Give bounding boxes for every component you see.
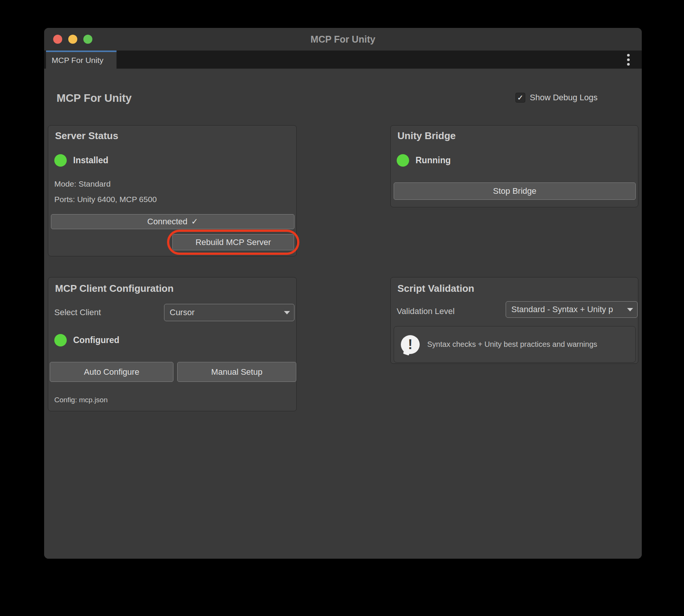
rebuild-mcp-server-button[interactable]: Rebuild MCP Server — [172, 234, 294, 250]
check-icon: ✓ — [191, 217, 198, 227]
bridge-status-label: Running — [416, 155, 451, 165]
show-debug-logs-toggle[interactable]: ✓ Show Debug Logs — [515, 93, 598, 103]
page-title: MCP For Unity — [57, 92, 132, 104]
config-path-line: Config: mcp.json — [54, 396, 108, 404]
client-dropdown-value: Cursor — [164, 308, 209, 317]
tab-mcp-for-unity[interactable]: MCP For Unity — [46, 51, 117, 69]
editor-content: MCP For Unity ✓ Show Debug Logs Server S… — [44, 69, 642, 559]
validation-info-text: Syntax checks + Unity best practices and… — [427, 340, 597, 349]
check-icon: ✓ — [517, 93, 524, 102]
validation-level-dropdown-value: Standard - Syntax + Unity p — [506, 305, 627, 314]
client-status-label: Configured — [73, 335, 120, 345]
kebab-menu-icon[interactable] — [624, 51, 632, 69]
mcp-client-configuration-title: MCP Client Configuration — [55, 283, 173, 294]
validation-level-dropdown[interactable]: Standard - Syntax + Unity p — [506, 301, 638, 318]
show-debug-logs-label: Show Debug Logs — [530, 93, 598, 103]
client-status-row: Configured — [54, 334, 120, 346]
mcp-client-configuration-panel: MCP Client Configuration Select Client C… — [48, 277, 297, 411]
status-dot — [54, 334, 67, 346]
tab-label: MCP For Unity — [52, 56, 103, 65]
script-validation-panel: Script Validation Validation Level Stand… — [390, 277, 638, 364]
status-dot — [54, 154, 67, 167]
unity-bridge-title: Unity Bridge — [397, 130, 456, 142]
chevron-down-icon — [627, 308, 633, 311]
info-bubble-icon: ! — [401, 335, 420, 354]
validation-info-box: ! Syntax checks + Unity best practices a… — [394, 326, 636, 363]
app-window: MCP For Unity MCP For Unity MCP For Unit… — [44, 28, 642, 559]
select-client-label: Select Client — [54, 308, 101, 317]
server-status-label: Installed — [73, 155, 108, 165]
stop-bridge-button[interactable]: Stop Bridge — [394, 182, 636, 200]
ports-line: Ports: Unity 6400, MCP 6500 — [54, 195, 157, 204]
mode-line: Mode: Standard — [54, 179, 110, 188]
chevron-down-icon — [284, 311, 290, 314]
unity-bridge-panel: Unity Bridge Running Stop Bridge — [390, 125, 638, 207]
client-dropdown[interactable]: Cursor — [164, 304, 294, 321]
status-dot — [397, 154, 409, 167]
titlebar: MCP For Unity — [44, 28, 642, 51]
bridge-status-row: Running — [397, 154, 451, 167]
validation-level-label: Validation Level — [397, 306, 455, 316]
window-title: MCP For Unity — [44, 28, 642, 51]
script-validation-title: Script Validation — [397, 283, 474, 294]
server-status-title: Server Status — [55, 130, 118, 142]
connected-button[interactable]: Connected ✓ — [51, 214, 294, 229]
checkbox-checked-icon[interactable]: ✓ — [515, 93, 525, 103]
server-status-row: Installed — [54, 154, 108, 167]
manual-setup-button[interactable]: Manual Setup — [177, 362, 296, 382]
server-status-panel: Server Status Installed Mode: Standard P… — [48, 125, 297, 256]
tab-bar: MCP For Unity — [44, 51, 642, 69]
auto-configure-button[interactable]: Auto Configure — [50, 362, 173, 382]
